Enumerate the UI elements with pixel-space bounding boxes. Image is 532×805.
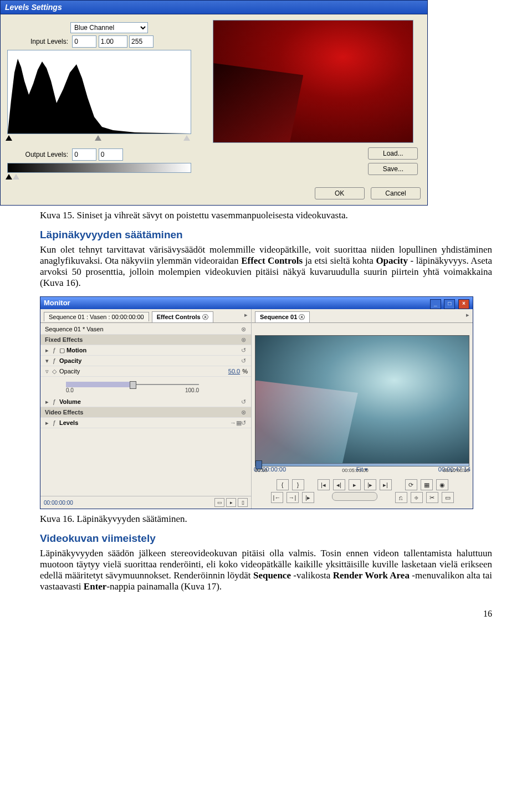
twirl-icon[interactable]: ▸ (44, 419, 50, 427)
reset-icon[interactable]: ↺ (239, 398, 248, 406)
ec-zoom-in-icon[interactable]: ▯ (238, 498, 248, 507)
output-levels-label: Output Levels: (7, 151, 68, 158)
effect-enable-icon[interactable]: ƒ (50, 419, 58, 426)
playhead-icon[interactable] (255, 460, 262, 469)
effect-enable-icon[interactable]: ƒ (50, 347, 58, 353)
input-min-field[interactable] (72, 35, 96, 48)
heading-lapinakyvyys: Läpinäkyvyyden säätäminen (40, 229, 492, 241)
group-video-effects: Video Effects ⊗ (40, 407, 251, 418)
safe-margins-icon[interactable]: ▦ (421, 479, 433, 490)
toggle-timeline-icon[interactable]: ⊗ (239, 326, 248, 333)
marker-icon[interactable]: →| (287, 492, 299, 503)
effect-enable-icon[interactable]: ƒ (50, 398, 58, 405)
scale-min: 0.0 (66, 387, 74, 393)
effect-motion[interactable]: ▸ ƒ ▢ Motion ↺ (40, 345, 251, 356)
step-forward-icon[interactable]: |▸ (364, 479, 376, 490)
clip-header: Sequence 01 * Vasen ⊗ (40, 324, 251, 335)
window-buttons: _ □ × (429, 297, 469, 309)
effect-volume[interactable]: ▸ ƒ Volume ↺ (40, 397, 251, 407)
keyframe-toggle-icon[interactable]: ◇ (50, 368, 58, 375)
output-gradient (7, 163, 191, 173)
group-fixed-effects: Fixed Effects ⊗ (40, 335, 251, 345)
input-gamma-field[interactable] (99, 35, 127, 48)
page-number: 16 (40, 609, 492, 619)
save-button[interactable]: Save... (368, 163, 418, 175)
output-icon[interactable]: ◉ (436, 479, 448, 490)
go-to-out-icon[interactable]: ▸| (380, 479, 392, 490)
effect-controls-panel: Sequence 01 : Vasen : 00:00:00:00 Effect… (40, 309, 252, 509)
reset-icon[interactable]: ↺ (239, 419, 248, 427)
fixed-effects-toggle-icon[interactable]: ⊗ (239, 336, 248, 343)
program-preview (255, 335, 469, 464)
output-min-field[interactable] (72, 148, 96, 161)
step-back-icon[interactable]: ◂| (333, 479, 345, 490)
tab-close-icon[interactable]: ⓧ (202, 314, 208, 320)
shuttle-slider[interactable] (332, 492, 377, 501)
levels-settings-titlebar: Levels Settings (1, 1, 427, 14)
twirl-down-icon[interactable]: ▾ (44, 357, 50, 365)
effect-levels[interactable]: ▸ ƒ Levels →▦ ↺ (40, 418, 251, 428)
twirl-icon[interactable]: ▸ (44, 347, 50, 354)
maximize-button[interactable]: □ (444, 299, 455, 309)
input-levels-label: Input Levels: (7, 38, 68, 45)
program-monitor-panel: Sequence 01 ⓧ ▸ 00:00:00:00 Fit ▾ 00:00:… (252, 309, 473, 509)
close-button[interactable]: × (458, 299, 469, 309)
loop-icon[interactable]: ⟳ (405, 479, 417, 490)
tab-close-icon[interactable]: ⓧ (299, 314, 305, 320)
output-max-field[interactable] (99, 148, 123, 161)
ok-button[interactable]: OK (315, 187, 365, 199)
twirl-icon[interactable]: ▸ (44, 398, 50, 406)
channel-select[interactable]: Blue Channel (70, 22, 148, 33)
minimize-button[interactable]: _ (430, 299, 441, 309)
in-point-icon[interactable]: { (277, 479, 289, 490)
ec-play-icon[interactable]: ▸ (226, 498, 236, 507)
panel-menu-icon[interactable]: ▸ (466, 311, 469, 319)
effect-opacity[interactable]: ▾ ƒ Opacity ↺ (40, 356, 251, 366)
opacity-value[interactable]: 50.0 (228, 368, 240, 375)
opacity-slider[interactable] (66, 384, 199, 385)
scale-max: 100.0 (185, 387, 199, 393)
out-point-icon[interactable]: } (292, 479, 304, 490)
effect-setup-icon[interactable]: →▦ (230, 419, 239, 427)
para-lapinakyvyys: Kun olet tehnyt tarvittavat värisävysääd… (40, 244, 492, 289)
program-timeline-ruler[interactable] (255, 463, 469, 466)
go-to-in-icon[interactable]: |◂ (318, 479, 330, 490)
histogram (7, 50, 191, 134)
tab-sequence-source[interactable]: Sequence 01 : Vasen : 00:00:00:00 (44, 312, 149, 321)
output-slider[interactable] (7, 174, 190, 182)
play-icon[interactable]: ▸ (349, 479, 361, 490)
tab-program-sequence[interactable]: Sequence 01 ⓧ (255, 311, 310, 322)
ec-zoom-out-icon[interactable]: ▭ (214, 498, 224, 507)
opacity-value-row: ▿ ◇ Opacity 50.0 % (40, 366, 251, 377)
trim-icon[interactable]: ✂ (426, 492, 438, 503)
panel-menu-icon[interactable]: ▸ (244, 311, 248, 319)
export-frame-icon[interactable]: ▭ (442, 492, 454, 503)
levels-preview (213, 20, 413, 143)
extract-icon[interactable]: ⎆ (411, 492, 423, 503)
twirl-down-icon[interactable]: ▿ (44, 368, 50, 375)
heading-viimeistely: Videokuvan viimeistely (40, 532, 492, 545)
monitor-title-text: Monitor (44, 297, 70, 309)
effect-enable-icon[interactable]: ƒ (50, 357, 58, 364)
lift-icon[interactable]: ⎌ (395, 492, 407, 503)
monitor-window: Monitor _ □ × Sequence 01 : Vasen : 00:0… (40, 296, 473, 509)
video-effects-toggle-icon[interactable]: ⊗ (239, 409, 248, 416)
caption-kuva16: Kuva 16. Läpinäkyvyyden säätäminen. (40, 514, 492, 525)
levels-settings-dialog: Levels Settings Blue Channel Input Level… (0, 0, 428, 206)
cancel-button[interactable]: Cancel (371, 187, 421, 199)
para-viimeistely: Läpinäkyvyyden säädön jälkeen stereovide… (40, 548, 492, 592)
ec-timecode: 00:00:00:00 (44, 500, 73, 506)
reset-icon[interactable]: ↺ (239, 347, 248, 354)
load-button[interactable]: Load... (368, 147, 418, 160)
monitor-titlebar: Monitor _ □ × (40, 297, 473, 309)
reset-icon[interactable]: ↺ (239, 357, 248, 365)
tab-effect-controls[interactable]: Effect Controls ⓧ (152, 311, 213, 322)
input-slider[interactable] (7, 135, 190, 143)
next-marker-icon[interactable]: |▸ (302, 492, 314, 503)
caption-kuva15: Kuva 15. Siniset ja vihreät sävyt on poi… (40, 210, 492, 221)
input-max-field[interactable] (129, 35, 154, 48)
prev-marker-icon[interactable]: |← (271, 492, 283, 503)
